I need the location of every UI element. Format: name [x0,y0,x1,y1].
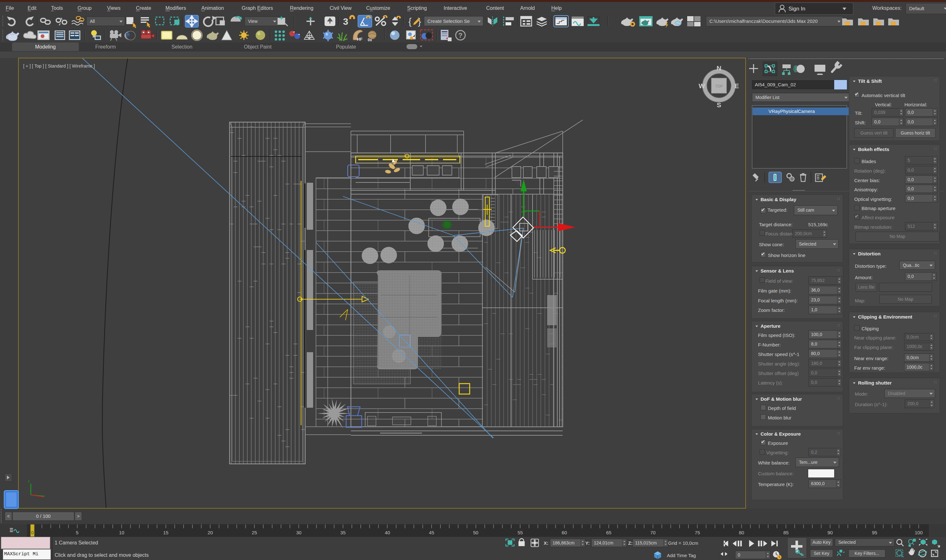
svg-text:N: N [716,65,721,72]
svg-text:85: 85 [783,530,789,535]
svg-text:0: 0 [31,530,34,535]
svg-text:[ + ] [ Top ] [ Standard ] [ W: [ + ] [ Top ] [ Standard ] [ Wireframe ] [23,63,95,69]
svg-text:40: 40 [385,530,390,535]
svg-text:y: y [28,479,30,483]
svg-text:30: 30 [296,530,302,535]
svg-text:15: 15 [163,530,169,535]
svg-text:90: 90 [827,530,833,535]
svg-text:S: S [717,101,721,109]
svg-text:50: 50 [473,530,478,535]
svg-text:70: 70 [650,530,656,535]
svg-text:E: E [735,82,739,89]
svg-text:60: 60 [562,530,567,535]
svg-text:55: 55 [518,530,523,535]
svg-text:65: 65 [606,530,612,535]
svg-text:W: W [699,82,705,89]
svg-text:95: 95 [872,530,877,535]
svg-text:10: 10 [119,530,125,535]
svg-text:100: 100 [915,530,923,535]
svg-text:Sign In: Sign In [789,6,805,12]
svg-text:75: 75 [695,530,700,535]
svg-text:TOP: TOP [715,84,723,89]
svg-text:35: 35 [340,530,346,535]
svg-text:20: 20 [208,530,213,535]
svg-text:0x: 0x [368,38,372,42]
svg-text:HF: HF [357,37,362,42]
svg-text:80: 80 [739,530,744,535]
svg-text:45: 45 [429,530,434,535]
svg-text:?: ? [458,31,462,39]
svg-text:5: 5 [76,530,79,535]
svg-text:25: 25 [252,530,257,535]
